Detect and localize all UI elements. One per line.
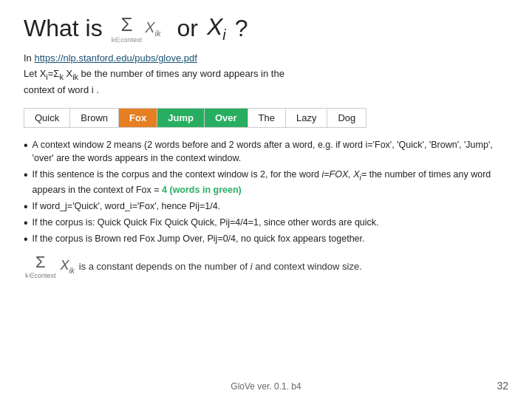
main-container: What is Σ k∈context Xik or Xi ? In https… xyxy=(0,0,532,287)
bottom-sum-wrap: Σ k∈context xyxy=(25,253,56,279)
bullet-text-1: A context window 2 means (2 words before… xyxy=(33,138,508,165)
sigma-symbol: Σ xyxy=(120,13,132,36)
bullet-list: • A context window 2 means (2 words befo… xyxy=(24,138,508,245)
word-quick: Quick xyxy=(24,109,70,127)
word-over: Over xyxy=(205,109,248,127)
bottom-row: Σ k∈context Xik is a constant depends on… xyxy=(24,253,508,279)
xik-label: Xik xyxy=(145,19,160,38)
footer-version: GloVe ver. 0.1. b4 xyxy=(231,381,301,392)
bottom-sigma: Σ xyxy=(35,253,46,272)
bullet-text-5: If the corpus is Brown red Fox Jump Over… xyxy=(33,232,365,245)
bottom-sigma-sub: k∈context xyxy=(25,272,56,279)
bullet-dot-1: • xyxy=(24,140,28,151)
bullet-4: • If the corpus is: Quick Quick Fix Quic… xyxy=(24,216,508,229)
bullet-text-2: If this sentence is the corpus and the c… xyxy=(33,168,508,197)
glove-link[interactable]: https://nlp.stanford.edu/pubs/glove.pdf xyxy=(34,52,197,64)
footer-page: 32 xyxy=(497,380,508,392)
word-jump: Jump xyxy=(157,109,205,127)
in-text: In xyxy=(24,52,34,64)
bottom-description: is a constant depends on the number of i… xyxy=(79,261,362,272)
sigma-formula: Σ k∈context Xik xyxy=(112,13,161,44)
let-text: Let Xi=Σk Xik be the number of times any… xyxy=(24,68,284,79)
word-lazy: Lazy xyxy=(286,109,327,127)
intro-block: In https://nlp.stanford.edu/pubs/glove.p… xyxy=(24,51,508,98)
or-label: or xyxy=(177,15,198,42)
sum-wrap: Σ k∈context xyxy=(112,13,143,44)
word-brown: Brown xyxy=(70,109,119,127)
xi-label: Xi xyxy=(207,13,226,44)
title-what-is: What is xyxy=(24,15,103,42)
sigma-subscript: k∈context xyxy=(112,36,143,44)
bullet-text-4: If the corpus is: Quick Quick Fix Quick … xyxy=(33,216,379,229)
bottom-formula: Σ k∈context Xik is a constant depends on… xyxy=(25,253,362,279)
word-row: Quick Brown Fox Jump Over The Lazy Dog xyxy=(24,108,366,128)
word-dog: Dog xyxy=(327,109,366,127)
word-fox: Fox xyxy=(119,109,157,127)
bullet-2: • If this sentence is the corpus and the… xyxy=(24,168,508,197)
title-row: What is Σ k∈context Xik or Xi ? xyxy=(24,13,508,44)
question-mark: ? xyxy=(235,15,248,42)
bullet-dot-3: • xyxy=(24,201,28,213)
bullet-dot-5: • xyxy=(24,233,28,245)
bullet-1: • A context window 2 means (2 words befo… xyxy=(24,138,508,165)
bullet-text-3: If word_j='Quick', word_i='Fox', hence P… xyxy=(33,200,220,213)
bullet-3: • If word_j='Quick', word_i='Fox', hence… xyxy=(24,200,508,213)
context-line: context of word i . xyxy=(24,84,99,95)
word-the: The xyxy=(248,109,286,127)
bullet-dot-4: • xyxy=(24,217,28,229)
bottom-xik: Xik xyxy=(61,258,75,275)
bullet-dot-2: • xyxy=(24,169,28,181)
bullet-5: • If the corpus is Brown red Fox Jump Ov… xyxy=(24,232,508,245)
